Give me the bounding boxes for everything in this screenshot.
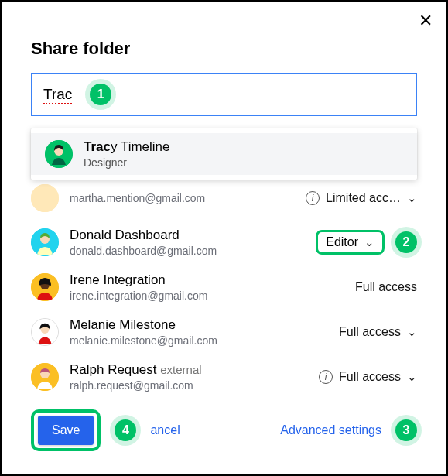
user-email: melanie.milestone@gmail.com [70,334,328,347]
user-name: Donald Dashboard [70,228,305,243]
suggestion-name: Tracy Timeline [84,139,170,155]
chevron-down-icon: ⌄ [407,325,417,339]
dialog-title: Share folder [31,39,417,59]
autocomplete-dropdown: Tracy Timeline Designer [31,128,417,180]
access-selector[interactable]: i Limited acc… ⌄ [306,191,417,205]
access-selector[interactable]: Full access ⌄ [339,325,417,339]
list-item: Irene Integration irene.integration@gmai… [31,265,417,310]
chevron-down-icon: ⌄ [407,370,417,384]
suggestion-role: Designer [84,156,170,169]
close-icon[interactable]: ✕ [419,12,433,29]
search-input[interactable]: Trac 1 [31,73,417,116]
access-label: Full access [339,370,401,384]
step-badge-3: 3 [395,419,417,441]
external-tag: external [160,363,201,376]
step-badge-4: 4 [115,419,136,441]
avatar [45,140,73,168]
avatar [31,363,59,391]
suggestion-item[interactable]: Tracy Timeline Designer [31,133,417,175]
access-label: Limited acc… [326,191,401,205]
access-label-static: Full access [355,280,417,294]
access-label: Full access [355,280,417,294]
user-email: ralph.request@gmail.com [70,379,308,392]
cancel-button[interactable]: ancel [150,423,180,437]
access-label: Full access [339,325,401,339]
user-email: irene.integration@gmail.com [70,289,344,302]
list-item: Donald Dashboard donald.dashboard@gmail.… [31,220,417,265]
user-email: donald.dashboard@gmail.com [70,245,305,257]
advanced-settings-link[interactable]: Advanced settings [280,423,381,437]
save-button[interactable]: Save [38,416,94,445]
search-typed-text: Trac [43,86,72,103]
access-selector[interactable]: Editor ⌄ [316,230,385,255]
dialog-footer: Save 4 ancel Advanced settings 3 [31,409,417,451]
chevron-down-icon: ⌄ [364,235,374,249]
user-name: Ralph Request external [70,362,308,378]
avatar [31,228,59,256]
save-highlight: Save [31,409,101,451]
step-badge-1: 1 [90,84,111,105]
svg-rect-2 [31,184,59,212]
user-name: Irene Integration [70,272,344,288]
user-name: Melanie Milestone [70,317,328,333]
info-icon[interactable]: i [306,191,320,205]
access-selector[interactable]: i Full access ⌄ [319,370,417,384]
info-icon[interactable]: i [319,370,333,384]
list-item: Ralph Request external ralph.request@gma… [31,354,417,399]
avatar [31,273,59,301]
avatar [31,184,59,212]
access-label: Editor [326,235,358,249]
avatar [31,318,59,346]
chevron-down-icon: ⌄ [407,191,417,205]
list-item: martha.mention@gmail.com i Limited acc… … [31,184,417,220]
user-email: martha.mention@gmail.com [70,192,295,204]
list-item: Melanie Milestone melanie.milestone@gmai… [31,310,417,354]
step-badge-2: 2 [395,231,417,253]
share-dialog: ✕ Share folder Trac 1 Tracy Timeline Des… [0,0,448,476]
